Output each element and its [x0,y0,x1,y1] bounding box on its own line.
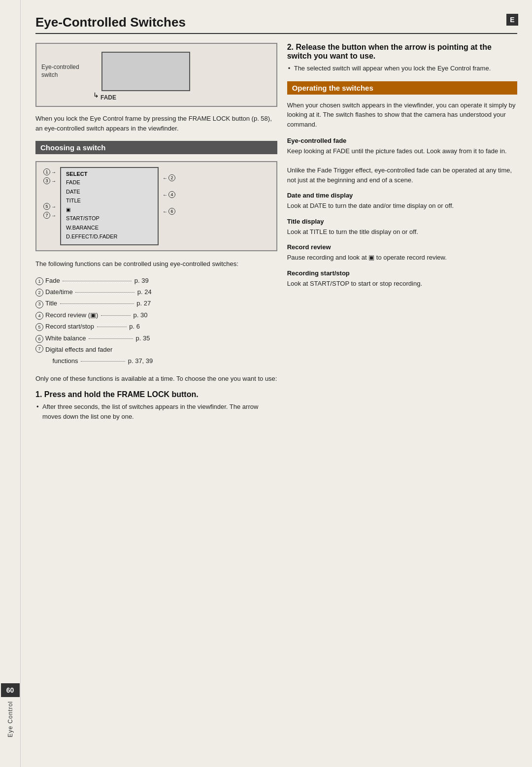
subsection-text-5: Look at START/STOP to start or stop reco… [287,279,517,289]
step1-heading: 1. Press and hold the FRAME LOCK button. [35,390,277,399]
list-item: 4 Record review (▣) p. 30 [35,309,277,321]
func-num-7: 7 [35,345,43,353]
viewfinder-diagram: Eye-controlled switch ↳ FADE [35,43,277,107]
switch-item-title: TITLE [66,196,153,205]
switch-num-4: ← 4 [163,191,175,199]
func-num-2: 2 [35,289,43,297]
switch-num-blank [43,186,56,201]
subsection-title-5: Recording start/stop [287,269,517,277]
switch-numbers-left: 1 → 3 → 5 → [43,167,56,219]
switch-num-1: 1 → [43,168,56,176]
only-one-note: Only one of these functions is available… [35,374,277,384]
step2-bullet: The selected switch will appear when you… [287,64,517,73]
list-item: 3 Title p. 27 [35,298,277,309]
switch-num-6: ← 6 [163,207,175,215]
subsection-text-4: Pause recording and look at ▣ to operate… [287,253,517,263]
right-column: 2. Release the button when the arrow is … [287,43,517,752]
list-item: 7 Digital effects and fader functions p.… [35,344,277,367]
switch-num-2: ← 2 [163,174,175,182]
switch-item-date: DATE [66,187,153,197]
page-number: 60 [1,683,20,697]
list-item: 5 Record start/stop p. 6 [35,321,277,332]
subsection-text-2: Look at DATE to turn the date and/or tim… [287,201,517,211]
subsection-title-1: Eye-controlled fade [287,137,517,144]
switch-numbers-right: ← 2 ← 4 ← 6 [163,167,175,215]
two-column-layout: Eye-controlled switch ↳ FADE When you lo… [35,43,517,752]
functions-intro: The following functions can be controlle… [35,259,277,269]
subsection-title-4: Record review [287,243,517,251]
switch-item-deffect: D.EFFECT/D.FADER [66,232,153,241]
e-badge: E [506,14,518,26]
choosing-switch-header: Choosing a switch [35,141,277,154]
subsection-eye-controlled-fade: Eye-controlled fade Keep looking at FADE… [287,137,517,185]
subsection-title-display: Title display Look at TITLE to turn the … [287,218,517,237]
func-num-6: 6 [35,335,43,343]
switch-num-7: 7 → [43,211,56,219]
page: 60 Eye Control E Eye-Controlled Switches… [0,0,532,767]
left-column: Eye-controlled switch ↳ FADE When you lo… [35,43,277,752]
func-num-3: 3 [35,300,43,308]
step2-heading: 2. Release the button when the arrow is … [287,43,517,61]
switch-item-wbalance: W.BARANCE [66,223,153,233]
page-title: Eye-Controlled Switches [35,15,517,34]
switch-diagram: 1 → 3 → 5 → [35,161,277,251]
subsection-title-2: Date and time display [287,192,517,199]
switch-num-5: 5 → [43,202,56,210]
sidebar-label: Eye Control [7,701,14,737]
fade-label: FADE [100,94,116,101]
list-item: 1 Fade p. 39 [35,275,277,286]
subsection-recording-start-stop: Recording start/stop Look at START/STOP … [287,269,517,289]
subsection-title-3: Title display [287,218,517,225]
func-num-4: 4 [35,312,43,320]
main-content: E Eye-Controlled Switches Eye-controlled… [21,0,532,767]
step1-bullet: After three seconds, the list of switche… [35,402,277,421]
switch-item-rec-icon: ▣ [66,205,153,214]
viewfinder-inner-box [101,52,190,91]
subsection-record-review: Record review Pause recording and look a… [287,243,517,263]
list-item: 2 Date/time p. 24 [35,286,277,298]
subsection-date-time: Date and time display Look at DATE to tu… [287,192,517,211]
list-item: 6 White balance p. 35 [35,333,277,344]
arrow-indicator: ↳ [93,91,99,99]
operating-text: When your chosen switch appears in the v… [287,100,517,130]
subsection-text-1: Keep looking at FADE until the picture f… [287,146,517,185]
switch-num-3: 3 → [43,177,56,185]
func-num-5: 5 [35,323,43,331]
operating-header: Operating the switches [287,81,517,95]
func-num-1: 1 [35,277,43,285]
intro-text: When you lock the Eye Control frame by p… [35,114,277,133]
subsection-text-3: Look at TITLE to turn the title display … [287,227,517,237]
functions-list: 1 Fade p. 39 2 Date/time p. 24 3 Title p… [35,275,277,367]
switch-diagram-container: 1 → 3 → 5 → [43,167,269,245]
switch-item-fade: FADE [66,178,153,187]
switch-item-start-stop: START/STOP [66,214,153,223]
select-label: SELECT [66,171,153,177]
step1: 1. Press and hold the FRAME LOCK button.… [35,390,277,421]
viewfinder-label: Eye-controlled switch [41,64,79,79]
switch-inner-box: SELECT FADE DATE TITLE ▣ START/STOP W.BA… [60,167,159,245]
sidebar: 60 Eye Control [0,0,21,767]
